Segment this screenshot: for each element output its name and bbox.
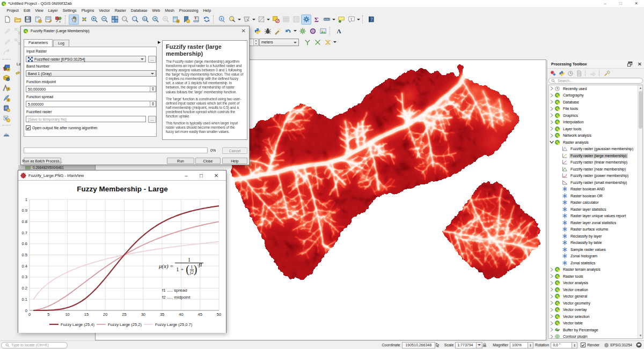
layout-manager-icon[interactable] bbox=[43, 14, 53, 25]
options-wrench-icon[interactable] bbox=[603, 69, 611, 77]
run-button[interactable]: Run bbox=[167, 158, 194, 164]
tree-item-vector-general[interactable]: Vector general bbox=[549, 293, 642, 300]
menu-help[interactable]: Help bbox=[201, 8, 214, 13]
scale-combo-arrow[interactable] bbox=[477, 342, 482, 348]
chevron-right-icon[interactable] bbox=[549, 328, 554, 332]
coordinate-input[interactable]: 190510,266348 bbox=[402, 342, 435, 348]
close-button[interactable]: Close bbox=[195, 158, 221, 164]
tree-item-fuzzify-raster-small-membership[interactable]: Fuzzify raster (small membership) bbox=[549, 179, 642, 186]
close-icon[interactable]: ✕ bbox=[628, 0, 644, 7]
tree-item-raster-tools[interactable]: Raster tools bbox=[549, 273, 642, 280]
sigma-icon[interactable]: Σ bbox=[311, 14, 321, 25]
gray-pen-icon[interactable] bbox=[2, 37, 12, 47]
tree-item-zonal-statistics[interactable]: Zonal statistics bbox=[549, 259, 642, 266]
snap-cross-icon[interactable] bbox=[312, 37, 323, 47]
tree-item-graphics[interactable]: Graphics bbox=[549, 112, 642, 119]
tree-item-cartography[interactable]: Cartography bbox=[549, 92, 642, 99]
memory-chip-icon[interactable] bbox=[2, 103, 12, 113]
tree-item-raster-surface-volume[interactable]: Raster surface volume bbox=[549, 226, 642, 233]
file-new-icon[interactable] bbox=[2, 14, 12, 25]
measure-icon[interactable] bbox=[321, 14, 332, 25]
callout-icon[interactable] bbox=[336, 14, 346, 25]
text-annotation-icon[interactable]: T bbox=[346, 14, 356, 25]
attribute-table-icon[interactable] bbox=[281, 14, 291, 25]
menu-web[interactable]: Web bbox=[150, 8, 163, 13]
tab-log[interactable]: Log bbox=[53, 40, 69, 47]
tree-item-database[interactable]: Database bbox=[549, 99, 642, 106]
chevron-right-icon[interactable] bbox=[549, 308, 554, 312]
cancel-button[interactable]: Cancel bbox=[222, 147, 247, 154]
tree-item-vector-geometry[interactable]: Vector geometry bbox=[549, 300, 642, 307]
close-icon[interactable]: ✕ bbox=[209, 170, 224, 180]
tree-item-raster-layer-zonal-statistics[interactable]: Raster layer zonal statistics bbox=[549, 219, 642, 226]
chevron-right-icon[interactable] bbox=[549, 287, 554, 292]
tree-item-fuzzify-raster-large-membership[interactable]: Fuzzify raster (large membership) bbox=[549, 152, 642, 159]
tree-item-buffer-by-percentage[interactable]: Buffer by Percentage bbox=[549, 326, 642, 333]
tree-item-recently-used[interactable]: Recently used bbox=[549, 85, 642, 92]
tree-item-raster-terrain-analysis[interactable]: Raster terrain analysis bbox=[549, 266, 642, 273]
chevron-right-icon[interactable] bbox=[549, 133, 554, 138]
scroll-thumb[interactable] bbox=[639, 91, 642, 129]
chevron-down-icon[interactable] bbox=[549, 140, 554, 144]
tree-item-fuzzify-raster-gaussian-membership[interactable]: Fuzzify raster (gaussian membership) bbox=[549, 146, 642, 153]
image-photo-icon[interactable] bbox=[318, 26, 328, 36]
tree-item-vector-creation[interactable]: Vector creation bbox=[549, 286, 642, 293]
spatialite-feather-icon[interactable] bbox=[2, 93, 12, 103]
run-as-batch-button[interactable]: Run as Batch Process... bbox=[24, 158, 61, 164]
tree-item-file-tools[interactable]: File tools bbox=[549, 106, 642, 113]
tree-item-interpolation[interactable]: Interpolation bbox=[549, 119, 642, 126]
snap-fork-icon[interactable] bbox=[302, 37, 312, 47]
float-panel-icon[interactable] bbox=[627, 61, 635, 67]
python-icon[interactable] bbox=[252, 26, 262, 36]
dropdown-caret-icon[interactable] bbox=[266, 14, 270, 25]
dropdown-caret-icon[interactable] bbox=[237, 14, 241, 25]
tree-item-raster-layer-unique-values-report[interactable]: Raster layer unique values report bbox=[549, 213, 642, 220]
tab-parameters[interactable]: Parameters bbox=[24, 39, 53, 47]
output-field[interactable]: [Save to temporary file] bbox=[26, 116, 146, 122]
maximize-icon[interactable]: □ bbox=[613, 0, 628, 7]
python-small-icon[interactable] bbox=[558, 69, 566, 77]
tree-item-raster-calculator[interactable]: Raster calculator bbox=[549, 199, 642, 206]
save-edit-icon[interactable] bbox=[33, 14, 43, 25]
zoom-out-icon[interactable] bbox=[99, 14, 109, 25]
scroll-down-icon[interactable]: ▼ bbox=[638, 333, 643, 338]
zoom-native-icon[interactable] bbox=[109, 14, 120, 25]
style-manager-icon[interactable]: a bbox=[53, 14, 63, 25]
processing-gear-icon[interactable] bbox=[301, 14, 311, 25]
menu-raster[interactable]: Raster bbox=[112, 8, 128, 13]
chevron-right-icon[interactable] bbox=[549, 301, 554, 305]
chevron-right-icon[interactable] bbox=[549, 120, 554, 124]
dialog-titlebar[interactable]: Fuzzify Raster (Large Membership) ✕ bbox=[21, 26, 249, 35]
refresh-icon[interactable] bbox=[201, 14, 211, 25]
tree-item-raster-boolean-or[interactable]: Raster boolean OR bbox=[549, 192, 642, 199]
bookmark-book-icon[interactable] bbox=[191, 14, 201, 25]
menu-database[interactable]: Database bbox=[128, 8, 150, 13]
render-checkbox[interactable] bbox=[581, 343, 586, 347]
help-collapse-icon[interactable]: ▶ bbox=[158, 40, 160, 44]
scroll-up-icon[interactable]: ▲ bbox=[638, 85, 643, 91]
tree-item-vector-analysis[interactable]: Vector analysis bbox=[549, 280, 642, 287]
chevron-right-icon[interactable] bbox=[549, 93, 554, 98]
midpoint-spinbox[interactable]: 50,000000▲▼ bbox=[26, 86, 156, 92]
menu-vector[interactable]: Vector bbox=[97, 8, 112, 13]
deselect-all-icon[interactable] bbox=[270, 14, 281, 25]
new-shapefile-icon[interactable] bbox=[2, 83, 12, 93]
dropdown-caret-icon[interactable] bbox=[252, 14, 256, 25]
spread-spinbox[interactable]: 5,000000▲▼ bbox=[26, 101, 156, 107]
input-raster-combobox[interactable]: Fuzzified raster [EPSG:31254] bbox=[26, 56, 146, 62]
identify-icon[interactable]: i bbox=[217, 14, 227, 25]
dropdown-caret-icon[interactable] bbox=[333, 37, 337, 47]
tree-item-vector-selection[interactable]: Vector selection bbox=[549, 313, 642, 320]
tree-item-sample-raster-values[interactable]: Sample raster values bbox=[549, 246, 642, 253]
chevron-right-icon[interactable] bbox=[549, 321, 554, 325]
chevron-right-icon[interactable] bbox=[549, 335, 554, 339]
folder-open-icon[interactable] bbox=[12, 14, 23, 25]
rotation-spinner[interactable]: ▲▼ bbox=[572, 342, 577, 348]
log-file-icon[interactable] bbox=[575, 69, 583, 77]
layers-toolbar-icon[interactable] bbox=[16, 70, 20, 75]
menu-plugins[interactable]: Plugins bbox=[79, 8, 97, 13]
gray-pen-icon[interactable] bbox=[2, 26, 12, 36]
bookmark-new-icon[interactable] bbox=[171, 14, 181, 25]
menu-view[interactable]: View bbox=[33, 8, 46, 13]
bookmark-show-icon[interactable] bbox=[181, 14, 191, 25]
